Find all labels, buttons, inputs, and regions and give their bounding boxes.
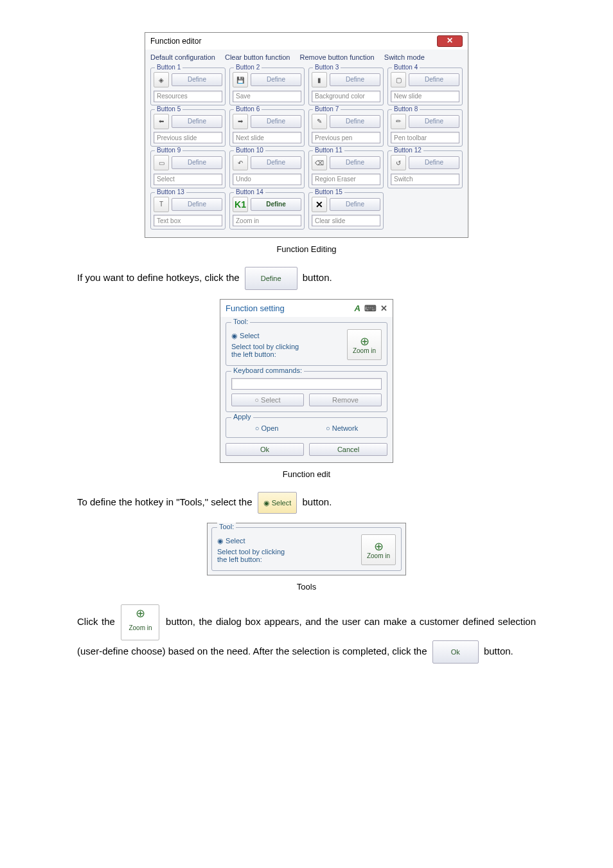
button-group-label: Button 2	[234, 64, 262, 71]
button-group-label: Button 8	[392, 105, 420, 113]
button-group-label: Button 5	[155, 105, 182, 113]
define-button[interactable]: Define	[409, 156, 459, 169]
button-field-input[interactable]	[154, 132, 222, 143]
button-group-label: Button 12	[392, 147, 423, 154]
menu-default[interactable]: Default configuration	[150, 53, 215, 61]
define-button[interactable]: Define	[172, 73, 222, 86]
define-button[interactable]: Define	[330, 73, 380, 86]
button-group-2: Button 2💾Define	[229, 68, 305, 105]
define-button[interactable]: Define	[330, 198, 380, 211]
define-button[interactable]: Define	[172, 115, 222, 128]
button-group-5: Button 5⬅Define	[150, 109, 226, 147]
tools-panel: Tool: ◉ Select Select tool by clicking t…	[207, 523, 406, 575]
fs-tool-label: Tool:	[231, 318, 250, 325]
button-field-input[interactable]	[391, 174, 459, 185]
define-button[interactable]: Define	[330, 156, 380, 169]
caption-tools: Tools	[77, 582, 536, 592]
button-field-input[interactable]	[233, 174, 301, 185]
button-field-input[interactable]	[312, 215, 380, 226]
inline-ok-button[interactable]: Ok	[432, 640, 479, 664]
button-icon: ▢	[391, 72, 406, 87]
button-group-label: Button 7	[313, 105, 341, 113]
fs-keyboard-group: Keyboard commands: ○ Select Remove	[226, 371, 387, 412]
para-define-hotkeys: If you want to define hotkeys, click the…	[77, 267, 536, 290]
function-setting-dialog: Function setting A ⌨ ✕ Tool: ◉ Select Se…	[220, 299, 393, 463]
fs-open-radio[interactable]: ○ Open	[255, 424, 279, 432]
define-button[interactable]: Define	[172, 198, 222, 211]
button-field-input[interactable]	[233, 215, 301, 226]
button-group-9: Button 9▭Define	[150, 150, 226, 188]
button-icon: ⬅	[154, 114, 169, 129]
define-button[interactable]: Define	[330, 115, 380, 128]
fs-title: Function setting	[226, 303, 285, 313]
caption-function-editing: Function Editing	[77, 244, 536, 254]
fs-titlebar: Function setting A ⌨ ✕	[220, 300, 393, 317]
fs-tool-group: Tool: ◉ Select Select tool by clicking t…	[226, 322, 387, 366]
button-group-label: Button 4	[392, 64, 420, 71]
tools-tool-group: Tool: ◉ Select Select tool by clicking t…	[211, 527, 402, 571]
button-group-label: Button 15	[313, 188, 344, 195]
button-field-input[interactable]	[312, 174, 380, 185]
menu-clear[interactable]: Clear button function	[225, 53, 290, 61]
tools-zoom-button[interactable]: ⊕ Zoom in	[361, 534, 396, 565]
button-group-6: Button 6➡Define	[229, 109, 305, 147]
button-group-label: Button 14	[234, 188, 265, 195]
button-icon: ↶	[233, 155, 248, 170]
para-define-tools: To define the hotkey in "Tools," select …	[77, 492, 536, 514]
tools-hint: Select tool by clicking the left button:	[217, 548, 285, 563]
editor-titlebar: Function editor ✕	[145, 33, 468, 50]
inline-define-button[interactable]: Define	[245, 267, 298, 290]
button-icon: ◈	[154, 72, 169, 87]
button-icon: K1	[233, 197, 248, 212]
menu-switch[interactable]: Switch mode	[384, 53, 425, 61]
inline-select-button[interactable]: ◉ Select	[258, 492, 298, 514]
close-icon[interactable]: ✕	[437, 35, 463, 47]
button-group-10: Button 10↶Define	[229, 150, 305, 188]
fs-network-radio[interactable]: ○ Network	[326, 424, 358, 432]
fs-remove-button[interactable]: Remove	[309, 393, 382, 406]
fs-close-icon[interactable]: ✕	[380, 303, 387, 313]
fs-kb-input[interactable]	[231, 378, 382, 390]
button-group-label: Button 10	[234, 147, 265, 154]
define-button[interactable]: Define	[409, 115, 459, 128]
button-icon: T	[154, 197, 169, 212]
inline-zoom-button[interactable]: ⊕ Zoom in	[121, 604, 159, 640]
define-button[interactable]: Define	[251, 115, 301, 128]
button-field-input[interactable]	[391, 132, 459, 143]
buttons-grid: Button 1◈DefineButton 2💾DefineButton 3▮D…	[145, 65, 468, 237]
button-field-input[interactable]	[233, 132, 301, 143]
fs-kb-label: Keyboard commands:	[231, 366, 304, 374]
button-group-label: Button 1	[155, 64, 182, 71]
fs-zoom-button[interactable]: ⊕ Zoom in	[347, 329, 382, 360]
button-group-label: Button 13	[155, 188, 186, 195]
button-group-label: Button 3	[313, 64, 341, 71]
define-button[interactable]: Define	[251, 156, 301, 169]
button-field-input[interactable]	[154, 91, 222, 102]
fs-cancel-button[interactable]: Cancel	[309, 443, 387, 456]
button-group-12: Button 12↺Define	[387, 150, 463, 188]
fs-ok-button[interactable]: Ok	[226, 443, 304, 456]
define-button[interactable]: Define	[409, 73, 459, 86]
define-button[interactable]: Define	[251, 198, 301, 211]
button-field-input[interactable]	[154, 215, 222, 226]
button-icon: ▭	[154, 155, 169, 170]
button-group-label: Button 6	[234, 105, 262, 113]
tools-select-radio[interactable]: ◉ Select	[217, 537, 285, 545]
button-field-input[interactable]	[233, 91, 301, 102]
button-group-14: Button 14K1Define	[229, 192, 305, 230]
zoom-in-icon: ⊕	[360, 336, 369, 347]
define-button[interactable]: Define	[172, 156, 222, 169]
define-button[interactable]: Define	[251, 73, 301, 86]
button-icon: ⌫	[312, 155, 327, 170]
button-field-input[interactable]	[312, 91, 380, 102]
button-icon: ✏	[391, 114, 406, 129]
button-field-input[interactable]	[391, 91, 459, 102]
button-group-15: Button 15✕Define	[308, 192, 384, 230]
button-icon: ✕	[312, 197, 327, 212]
button-field-input[interactable]	[154, 174, 222, 185]
fs-select-radio[interactable]: ◉ Select	[231, 332, 299, 340]
menu-remove[interactable]: Remove button function	[300, 53, 375, 61]
editor-title: Function editor	[150, 37, 201, 46]
button-field-input[interactable]	[312, 132, 380, 143]
fs-select-button[interactable]: ○ Select	[231, 393, 304, 406]
